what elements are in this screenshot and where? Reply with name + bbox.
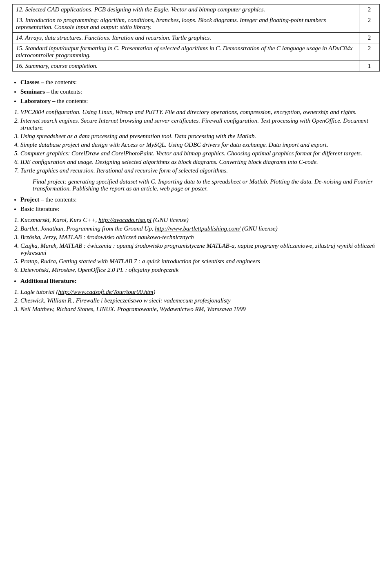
table-row-num: 2 — [359, 4, 380, 15]
table-row-content: 12. Selected CAD applications, PCB desig… — [13, 4, 359, 15]
additional-lit-label-item: Additional literature: — [20, 278, 380, 285]
table-row-num: 2 — [359, 33, 380, 43]
additional-literature-label: Additional literature: — [20, 278, 380, 285]
project-bullet-item: Project – the contents: — [20, 196, 380, 203]
lab-list: VPC2004 configuration. Using Linux, Wins… — [20, 109, 380, 174]
basic-lit-item: Pratap, Rudra, Getting started with MATL… — [20, 258, 380, 265]
lab-list-item: Computer graphics: CorelDraw and CorelPh… — [20, 150, 380, 157]
project-bullet-item: Basic literature: — [20, 206, 380, 213]
section-bullet-item: Seminars – the contents: — [20, 88, 380, 95]
section-bullet-item: Laboratory – the contents: — [20, 98, 380, 105]
lab-list-item: Using spreadsheet as a data processing a… — [20, 133, 380, 140]
additional-literature-list: Eagle tutorial (http://www.cadsoft.de/To… — [20, 289, 380, 313]
final-project-text: Final project: generating specified data… — [33, 178, 380, 192]
course-table: 12. Selected CAD applications, PCB desig… — [12, 4, 380, 72]
project-bullets-list: Project – the contents:Basic literature: — [20, 196, 380, 213]
lab-list-item: VPC2004 configuration. Using Linux, Wins… — [20, 109, 380, 116]
basic-literature-list: Kuczmarski, Karol, Kurs C++, http://avoc… — [20, 217, 380, 273]
literature-link[interactable]: http://www.bartlettpublishing.com/ — [155, 225, 241, 232]
basic-lit-item: Kuczmarski, Karol, Kurs C++, http://avoc… — [20, 217, 380, 224]
basic-lit-item: Brzóska, Jerzy, MATLAB : środowisko obli… — [20, 234, 380, 241]
table-row-content: 14. Arrays, data structures. Functions. … — [13, 33, 359, 43]
basic-lit-item: Czajka, Marek, MATLAB : ćwiczenia : opan… — [20, 242, 380, 256]
lab-list-item: Turtle graphics and recursion. Iteration… — [20, 167, 380, 174]
lab-list-item: Simple database project and design with … — [20, 141, 380, 148]
basic-lit-item: Bartlet, Jonathan, Programming from the … — [20, 225, 380, 232]
table-row-content: 16. Summary, course completion. — [13, 61, 359, 72]
table-row-num: 1 — [359, 61, 380, 72]
additional-lit-item: Cheswick, William R., Firewalle i bezpie… — [20, 297, 380, 304]
section-bullet-item: Classes – the contents: — [20, 79, 380, 86]
lab-list-item: IDE configuration and usage. Designing s… — [20, 159, 380, 166]
additional-lit-item: Eagle tutorial (http://www.cadsoft.de/To… — [20, 289, 380, 296]
section-bullets-list: Classes – the contents:Seminars – the co… — [20, 79, 380, 105]
table-row-num: 2 — [359, 15, 380, 33]
additional-lit-item: Neil Matthew, Richard Stones, LINUX. Pro… — [20, 306, 380, 313]
literature-link[interactable]: http://avocado.risp.pl — [98, 217, 151, 223]
table-row-content: 15. Standard input/output formatting in … — [13, 43, 359, 61]
additional-literature-link[interactable]: http://www.cadsoft.de/Tour/tour00.htm — [58, 289, 154, 295]
lab-list-item: Internet search engines. Secure Internet… — [20, 117, 380, 131]
table-row-num: 2 — [359, 43, 380, 61]
table-row-content: 13. Introduction to programming: algorit… — [13, 15, 359, 33]
basic-lit-item: Dziewoński, Mirosław, OpenOffice 2.0 PL … — [20, 267, 380, 273]
